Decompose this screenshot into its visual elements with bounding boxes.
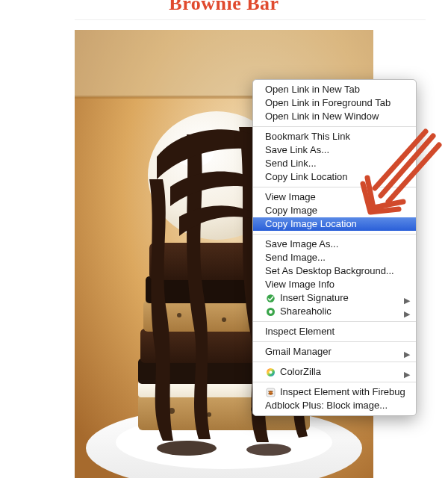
menu-item-label: Save Image As... bbox=[265, 238, 338, 251]
menu-item-label: Gmail Manager bbox=[265, 345, 332, 359]
menu-item-label: Open Link in Foreground Tab bbox=[265, 96, 391, 110]
menu-separator bbox=[253, 234, 416, 235]
svg-point-22 bbox=[246, 444, 291, 456]
menu-item-label: Insert Signature bbox=[280, 291, 349, 305]
menu-item-label: Shareaholic bbox=[280, 305, 332, 318]
menu-item[interactable]: Shareaholic▶ bbox=[253, 305, 416, 318]
colorzilla-icon bbox=[265, 367, 276, 377]
svg-point-27 bbox=[269, 370, 272, 373]
chevron-right-icon: ▶ bbox=[404, 307, 410, 320]
menu-separator bbox=[253, 341, 416, 342]
menu-item-label: Inspect Element bbox=[265, 325, 335, 338]
menu-item[interactable]: View Image bbox=[253, 190, 416, 204]
menu-item[interactable]: Adblock Plus: Block image... bbox=[253, 399, 416, 412]
menu-item[interactable]: Copy Image bbox=[253, 204, 416, 217]
context-menu: Open Link in New TabOpen Link in Foregro… bbox=[252, 79, 417, 416]
menu-item-label: Open Link in New Window bbox=[265, 110, 379, 123]
svg-point-21 bbox=[157, 441, 217, 456]
menu-item[interactable]: Save Image As... bbox=[253, 238, 416, 251]
menu-item-label: ColorZilla bbox=[280, 365, 321, 379]
menu-item-label: Bookmark This Link bbox=[265, 130, 350, 143]
menu-item-label: Save Link As... bbox=[265, 143, 329, 157]
menu-item[interactable]: Bookmark This Link bbox=[253, 130, 416, 143]
menu-item-label: Open Link in New Tab bbox=[265, 83, 360, 96]
menu-item-label: Copy Image bbox=[265, 204, 317, 217]
menu-item-label: Copy Image Location bbox=[265, 217, 357, 231]
menu-item[interactable]: Send Image... bbox=[253, 251, 416, 264]
menu-item[interactable]: Set As Desktop Background... bbox=[253, 264, 416, 278]
menu-item[interactable]: Open Link in New Window bbox=[253, 110, 416, 123]
menu-item[interactable]: ColorZilla▶ bbox=[253, 365, 416, 379]
menu-item-label: Inspect Element with Firebug bbox=[280, 385, 405, 399]
menu-item-label: View Image Info bbox=[265, 278, 335, 291]
menu-item-label: View Image bbox=[265, 190, 316, 204]
menu-item[interactable]: Gmail Manager▶ bbox=[253, 345, 416, 359]
divider bbox=[75, 19, 426, 20]
menu-item[interactable]: Open Link in Foreground Tab bbox=[253, 96, 416, 110]
menu-item-label: Copy Link Location bbox=[265, 170, 348, 184]
menu-separator bbox=[253, 362, 416, 362]
page: Brownie Bar bbox=[0, 0, 448, 487]
menu-item[interactable]: Inspect Element bbox=[253, 325, 416, 338]
menu-separator bbox=[253, 126, 416, 127]
svg-point-16 bbox=[177, 313, 181, 317]
svg-point-25 bbox=[269, 310, 273, 314]
shareaholic-icon bbox=[265, 306, 276, 317]
menu-item[interactable]: Save Link As... bbox=[253, 143, 416, 157]
menu-separator bbox=[253, 321, 416, 322]
menu-item[interactable]: Open Link in New Tab bbox=[253, 83, 416, 96]
menu-item[interactable]: View Image Info bbox=[253, 278, 416, 291]
menu-item[interactable]: Inspect Element with Firebug bbox=[253, 385, 416, 399]
menu-item[interactable]: Copy Link Location bbox=[253, 170, 416, 184]
menu-item[interactable]: Copy Image Location bbox=[253, 217, 416, 231]
menu-item[interactable]: Send Link... bbox=[253, 157, 416, 170]
page-title: Brownie Bar bbox=[0, 0, 448, 15]
menu-item[interactable]: Insert Signature▶ bbox=[253, 291, 416, 305]
chevron-right-icon: ▶ bbox=[404, 367, 410, 381]
svg-point-23 bbox=[267, 294, 274, 302]
menu-separator bbox=[253, 187, 416, 187]
menu-item-label: Send Image... bbox=[265, 251, 326, 264]
menu-separator bbox=[253, 382, 416, 382]
menu-item-label: Set As Desktop Background... bbox=[265, 264, 394, 278]
chevron-right-icon: ▶ bbox=[404, 347, 410, 361]
svg-point-17 bbox=[222, 317, 226, 322]
menu-item-label: Send Link... bbox=[265, 157, 317, 170]
firebug-icon bbox=[265, 387, 276, 397]
menu-item-label: Adblock Plus: Block image... bbox=[265, 399, 388, 412]
insert-signature-icon bbox=[265, 293, 276, 303]
